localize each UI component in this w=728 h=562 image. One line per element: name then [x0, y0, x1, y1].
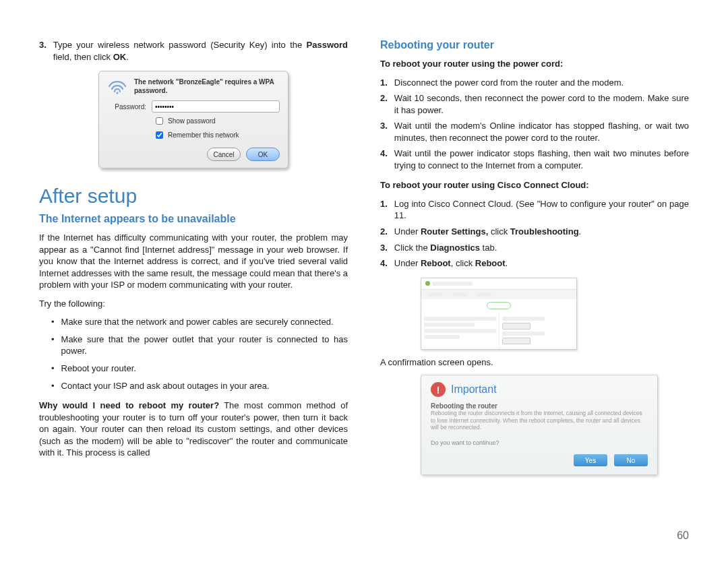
- remember-network-checkbox[interactable]: [156, 131, 163, 139]
- troubleshooting-screenshot: [421, 278, 577, 350]
- right-column: Rebooting your router To reboot your rou…: [380, 39, 689, 475]
- page-number: 60: [677, 530, 689, 542]
- list-item: 2.Wait 10 seconds, then reconnect the po…: [380, 92, 689, 116]
- remember-network-label: Remember this network: [168, 131, 239, 139]
- show-password-label: Show password: [168, 117, 216, 125]
- section-heading: After setup: [39, 185, 348, 208]
- dialog-question: Do you want to continue?: [421, 435, 657, 450]
- bullet-item: Reboot your router.: [39, 363, 348, 375]
- ok-button[interactable]: OK: [246, 148, 280, 161]
- bullet-item: Make sure that the power outlet that you…: [39, 334, 348, 357]
- dialog-title: Important: [451, 383, 497, 396]
- dialog-body: Rebooting the router disconnects it from…: [421, 410, 657, 435]
- dialog-message: The network "BronzeEagle" requires a WPA…: [134, 78, 280, 95]
- cancel-button[interactable]: Cancel: [207, 148, 241, 161]
- password-input[interactable]: [152, 100, 280, 113]
- list-item: 4.Wait until the power indicator stops f…: [380, 148, 689, 171]
- password-label: Password:: [107, 103, 146, 111]
- important-dialog: ! Important Rebooting the router Rebooti…: [421, 375, 658, 475]
- no-button[interactable]: No: [614, 454, 648, 466]
- confirmation-text: A confirmation screen opens.: [380, 356, 689, 369]
- dialog-subtitle: Rebooting the router: [421, 400, 657, 410]
- step-3: 3. Type your wireless network password (…: [39, 39, 348, 63]
- list-item: 4.Under Reboot, click Reboot.: [380, 257, 689, 270]
- subsection-heading: Rebooting your router: [380, 39, 689, 51]
- warning-icon: !: [431, 382, 446, 397]
- try-heading: Try the following:: [39, 298, 348, 310]
- why-reboot-paragraph: Why would I need to reboot my router? Th…: [39, 400, 348, 459]
- bullet-item: Make sure that the network and power cab…: [39, 316, 348, 328]
- wifi-icon: [107, 80, 127, 94]
- show-password-checkbox[interactable]: [156, 117, 163, 125]
- list-item: 1.Log into Cisco Connect Cloud. (See "Ho…: [380, 198, 689, 222]
- list-item: 3.Wait until the modem's Online indicato…: [380, 120, 689, 144]
- intro-paragraph: If the Internet has difficulty communica…: [39, 232, 348, 291]
- procedure-heading: To reboot your router using Cisco Connec…: [380, 179, 689, 191]
- subsection-heading: The Internet appears to be unavailable: [39, 213, 348, 225]
- list-item: 3.Click the Diagnostics tab.: [380, 242, 689, 254]
- step-text: Type your wireless network password (Sec…: [53, 39, 348, 63]
- svg-point-0: [116, 92, 118, 94]
- pill-icon: [487, 302, 511, 309]
- step-number: 3.: [39, 39, 47, 63]
- wifi-password-dialog: The network "BronzeEagle" requires a WPA…: [98, 71, 289, 168]
- status-dot-icon: [425, 281, 430, 286]
- procedure-heading: To reboot your router using the power co…: [380, 58, 689, 70]
- yes-button[interactable]: Yes: [574, 454, 607, 466]
- list-item: 2.Under Router Settings, click Troublesh…: [380, 226, 689, 238]
- left-column: 3. Type your wireless network password (…: [39, 39, 348, 475]
- list-item: 1.Disconnect the power cord from the rou…: [380, 77, 689, 89]
- bullet-item: Contact your ISP and ask about outages i…: [39, 380, 348, 392]
